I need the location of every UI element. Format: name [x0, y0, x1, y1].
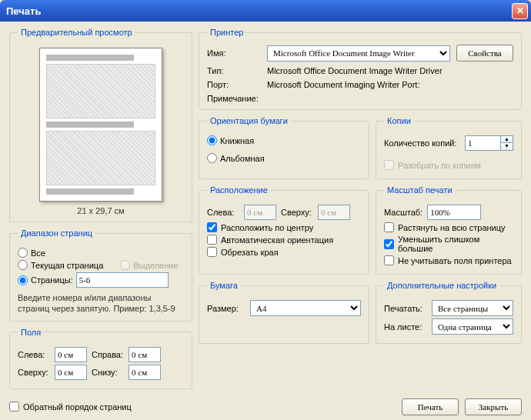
margins-legend: Поля — [18, 328, 44, 337]
orientation-legend: Ориентация бумаги — [207, 116, 291, 125]
margin-top-label: Сверху: — [18, 368, 50, 377]
printer-port-value: Microsoft Document Imaging Writer Port: — [267, 80, 513, 89]
range-current-radio[interactable] — [18, 260, 28, 270]
paper-legend: Бумага — [207, 281, 241, 290]
range-selection-label: Выделение — [133, 261, 178, 270]
copies-legend: Копии — [384, 116, 414, 125]
preview-legend: Предварительный просмотр — [18, 28, 135, 37]
range-all-radio[interactable] — [18, 248, 28, 258]
range-hint: Введите номера и/или диапазоны страниц ч… — [18, 292, 184, 315]
extra-print-select[interactable]: Все страницы — [432, 300, 513, 316]
margin-right-label: Справа: — [92, 350, 124, 359]
scale-fit-checkbox[interactable] — [384, 222, 394, 232]
layout-top-input — [318, 205, 350, 220]
copies-collate-label: Разобрать по копиям — [398, 161, 481, 170]
reverse-order-checkbox[interactable] — [9, 402, 19, 412]
printer-name-label: Имя: — [207, 48, 261, 58]
extra-sheet-select[interactable]: Одна страница — [432, 318, 513, 335]
extra-legend: Дополнительные настройки — [384, 281, 499, 290]
layout-left-input — [244, 205, 276, 220]
range-selection-radio — [120, 260, 130, 270]
preview-group: Предварительный просмотр 21 x 29,7 см — [9, 28, 192, 222]
scale-group: Масштаб печати Масштаб: Растянуть на всю… — [376, 185, 522, 275]
range-legend: Диапазон страниц — [18, 228, 95, 238]
layout-crop-checkbox[interactable] — [207, 247, 217, 257]
copies-group: Копии Количество копий: ▲▼ Разобрать по … — [376, 116, 522, 179]
extra-sheet-label: На листе: — [384, 322, 427, 332]
window-title: Печать — [3, 5, 512, 17]
extra-print-label: Печатать: — [384, 304, 427, 313]
layout-left-label: Слева: — [207, 208, 239, 217]
margin-top-input[interactable] — [55, 365, 87, 380]
preview-caption: 21 x 29,7 см — [18, 206, 184, 215]
scale-fit-label[interactable]: Растянуть на всю страницу — [398, 223, 506, 232]
printer-properties-button[interactable]: Свойства — [456, 45, 513, 62]
scale-legend: Масштаб печати — [384, 185, 456, 195]
layout-auto-checkbox[interactable] — [207, 235, 217, 245]
printer-type-value: Microsoft Office Document Image Writer D… — [267, 66, 513, 75]
scale-ignore-label[interactable]: Не учитывать поля принтера — [398, 256, 512, 265]
orientation-group: Ориентация бумаги Книжная Альбомная — [199, 116, 369, 179]
margin-left-label: Слева: — [18, 350, 50, 359]
layout-crop-label[interactable]: Обрезать края — [221, 248, 279, 257]
printer-legend: Принтер — [207, 28, 246, 37]
orient-landscape-radio[interactable] — [207, 153, 217, 163]
range-pages-input[interactable] — [76, 272, 169, 288]
layout-center-checkbox[interactable] — [207, 222, 217, 232]
margin-bottom-label: Снизу: — [92, 368, 124, 377]
titlebar: Печать ✕ — [0, 0, 531, 22]
range-pages-radio[interactable] — [18, 275, 28, 285]
margins-group: Поля Слева: Справа: Сверху: Снизу: — [9, 328, 192, 389]
range-all-label[interactable]: Все — [31, 248, 45, 258]
margin-left-input[interactable] — [55, 347, 87, 362]
extra-group: Дополнительные настройки Печатать: Все с… — [376, 281, 522, 344]
close-button[interactable]: Закрыть — [465, 398, 522, 415]
copies-count-label: Количество копий: — [384, 138, 460, 148]
printer-port-label: Порт: — [207, 80, 261, 89]
layout-auto-label[interactable]: Автоматическая ориентация — [221, 235, 333, 245]
printer-note-label: Примечание: — [207, 94, 261, 103]
margin-right-input[interactable] — [129, 347, 161, 362]
print-button[interactable]: Печать — [402, 398, 459, 415]
scale-ignore-checkbox[interactable] — [384, 255, 394, 265]
copies-collate-checkbox — [384, 160, 394, 170]
printer-name-select[interactable]: Microsoft Office Document Image Writer — [267, 45, 450, 62]
paper-group: Бумага Размер: A4 — [199, 281, 369, 344]
scale-input[interactable] — [427, 205, 481, 220]
reverse-order-label[interactable]: Обратный порядок страниц — [23, 402, 132, 412]
layout-center-label[interactable]: Расположить по центру — [221, 223, 313, 232]
scale-shrink-checkbox[interactable] — [384, 239, 394, 249]
scale-shrink-label[interactable]: Уменьшить слишком большие — [398, 235, 513, 253]
orient-landscape-label[interactable]: Альбомная — [220, 154, 265, 163]
copies-spinner[interactable]: ▲▼ — [500, 135, 513, 151]
preview-image — [39, 48, 162, 202]
layout-group: Расположение Слева: Сверху: Расположить … — [199, 185, 369, 275]
orient-portrait-radio[interactable] — [207, 135, 217, 145]
layout-legend: Расположение — [207, 185, 271, 195]
scale-label: Масштаб: — [384, 208, 422, 217]
printer-group: Принтер Имя: Microsoft Office Document I… — [199, 28, 522, 110]
orient-portrait-label[interactable]: Книжная — [220, 136, 254, 145]
paper-size-label: Размер: — [207, 304, 245, 313]
range-current-label[interactable]: Текущая страница — [31, 261, 103, 270]
printer-type-label: Тип: — [207, 66, 261, 75]
margin-bottom-input[interactable] — [129, 365, 161, 380]
layout-top-label: Сверху: — [281, 208, 313, 217]
range-group: Диапазон страниц Все Текущая страница Вы… — [9, 228, 192, 322]
range-pages-label[interactable]: Страницы: — [31, 275, 73, 285]
copies-count-input[interactable] — [465, 135, 500, 151]
close-icon[interactable]: ✕ — [512, 3, 528, 19]
paper-size-select[interactable]: A4 — [250, 300, 361, 316]
